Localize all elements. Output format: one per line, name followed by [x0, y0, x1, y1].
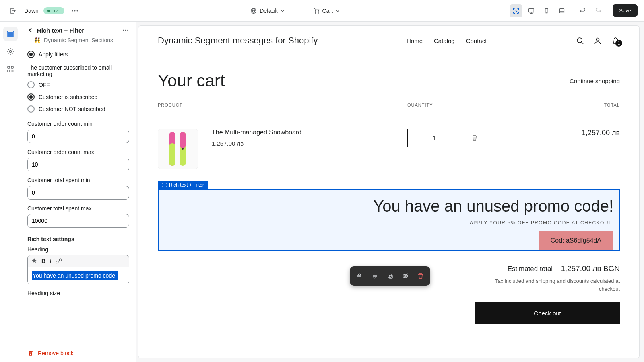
order-max-label: Customer order count max — [27, 149, 129, 155]
promo-code-box: Cod: aS6dfg54dA — [539, 231, 613, 250]
inspector-button[interactable] — [510, 4, 522, 17]
svg-rect-14 — [8, 66, 10, 68]
svg-rect-28 — [389, 275, 392, 278]
save-button[interactable]: Save — [613, 4, 638, 17]
cart-title: Your cart — [158, 71, 225, 90]
order-min-input[interactable] — [27, 130, 129, 143]
quantity-stepper: − 1 + — [407, 129, 461, 147]
continue-shopping-link[interactable]: Continue shopping — [570, 78, 620, 84]
product-price: 1,257.00 лв — [212, 140, 407, 147]
remove-block-button[interactable]: Remove block — [21, 344, 136, 362]
theme-settings-tab[interactable] — [3, 44, 18, 59]
cart-icon-button[interactable]: 1 — [611, 36, 620, 45]
qty-value: 1 — [425, 135, 443, 141]
svg-point-26 — [182, 148, 184, 150]
promo-section[interactable]: Rich text + Filter You have an unused pr… — [158, 189, 620, 251]
svg-point-5 — [318, 12, 318, 13]
svg-point-8 — [547, 12, 547, 12]
sidebar: Rich text + Filter 👯 Dynamic Segment Sec… — [21, 22, 136, 362]
apply-filters-radio[interactable]: Apply filters — [27, 48, 129, 60]
order-max-input[interactable] — [27, 158, 129, 171]
email-subscribed-radio[interactable]: Customer is subscribed — [27, 91, 129, 103]
email-group-label: The customer subscribed to email marketi… — [27, 64, 129, 77]
section-tag: Rich text + Filter — [158, 181, 208, 189]
spent-min-input[interactable] — [27, 186, 129, 200]
topbar: Dawn Live Default Cart — [0, 0, 644, 22]
heading-rte[interactable]: B I You have an unused promo code! — [27, 255, 129, 284]
rte-bold-icon[interactable]: B — [41, 258, 45, 264]
email-off-radio[interactable]: OFF — [27, 79, 129, 91]
spent-min-label: Customer total spent min — [27, 177, 129, 183]
rte-section-heading: Rich text settings — [27, 236, 129, 242]
email-not-subscribed-radio[interactable]: Customer NOT subscribed — [27, 103, 129, 115]
svg-rect-6 — [529, 8, 534, 12]
sections-tab[interactable] — [3, 27, 18, 41]
app-icon: 👯 — [34, 37, 41, 43]
redo-button[interactable] — [592, 4, 605, 17]
rte-italic-icon[interactable]: I — [50, 258, 52, 264]
globe-icon — [250, 7, 257, 14]
chevron-down-icon — [280, 8, 285, 13]
move-up-button[interactable] — [353, 269, 366, 282]
svg-point-21 — [596, 38, 599, 41]
move-down-button[interactable] — [368, 269, 381, 282]
col-total-header: TOTAL — [518, 103, 620, 107]
svg-point-4 — [315, 12, 316, 13]
rte-content[interactable]: You have an unused promo code! — [28, 267, 129, 284]
checkout-button[interactable]: Check out — [475, 302, 620, 324]
hide-button[interactable] — [399, 269, 412, 282]
heading-size-label: Heading size — [27, 290, 129, 296]
svg-point-19 — [127, 30, 128, 31]
svg-point-17 — [123, 30, 124, 31]
nav-catalog[interactable]: Catalog — [434, 37, 455, 44]
promo-subheading: APPLY YOUR 5% OFF PROMO CODE AT CHECKOUT… — [164, 220, 613, 226]
svg-point-0 — [72, 10, 73, 11]
svg-rect-10 — [8, 31, 13, 33]
svg-rect-16 — [8, 70, 10, 72]
svg-rect-15 — [11, 66, 13, 68]
product-image — [158, 129, 198, 169]
qty-decrease-button[interactable]: − — [408, 129, 425, 147]
exit-button[interactable] — [6, 4, 19, 17]
nav-contact[interactable]: Contact — [466, 37, 487, 44]
context-selector[interactable]: Default — [246, 5, 289, 17]
search-icon[interactable] — [576, 36, 584, 45]
col-qty-header: QUANTITY — [407, 103, 518, 107]
duplicate-button[interactable] — [384, 269, 396, 282]
svg-point-1 — [74, 10, 75, 11]
cart-count-badge: 1 — [615, 40, 622, 47]
qty-increase-button[interactable]: + — [443, 129, 461, 147]
svg-rect-23 — [169, 143, 175, 166]
nav-home[interactable]: Home — [407, 37, 423, 44]
sidebar-more-button[interactable] — [122, 27, 129, 34]
preview-page-selector[interactable]: Cart — [309, 5, 344, 17]
svg-point-20 — [577, 38, 582, 43]
delete-button[interactable] — [414, 269, 427, 282]
svg-point-2 — [76, 10, 78, 11]
svg-point-18 — [125, 30, 126, 31]
app-name-row: 👯 Dynamic Segment Sections — [21, 37, 136, 48]
store-header: Dynamic Segment messeges for Shopify Hom… — [138, 26, 639, 56]
spent-max-input[interactable] — [27, 214, 129, 228]
rte-format-icon[interactable] — [31, 258, 37, 264]
more-menu-button[interactable] — [69, 5, 80, 16]
theme-name: Dawn — [24, 8, 39, 14]
svg-rect-27 — [388, 274, 391, 277]
line-total: 1,257.00 лв — [518, 129, 620, 137]
remove-line-button[interactable] — [471, 134, 478, 142]
app-embeds-tab[interactable] — [3, 62, 18, 76]
product-name[interactable]: The Multi-managed Snowboard — [212, 129, 407, 136]
viewport-fullscreen-button[interactable] — [555, 4, 568, 17]
preview-frame: Dynamic Segment messeges for Shopify Hom… — [138, 26, 639, 358]
viewport-desktop-button[interactable] — [525, 4, 538, 17]
svg-rect-25 — [180, 132, 186, 148]
chevron-down-icon — [335, 8, 340, 13]
account-icon[interactable] — [593, 36, 602, 45]
spent-max-label: Customer total spent max — [27, 205, 129, 212]
viewport-mobile-button[interactable] — [540, 4, 553, 17]
store-nav: Home Catalog Contact — [407, 37, 487, 44]
svg-point-13 — [9, 51, 11, 53]
undo-button[interactable] — [576, 4, 589, 17]
back-button[interactable] — [27, 27, 34, 33]
rte-link-icon[interactable] — [56, 258, 62, 264]
